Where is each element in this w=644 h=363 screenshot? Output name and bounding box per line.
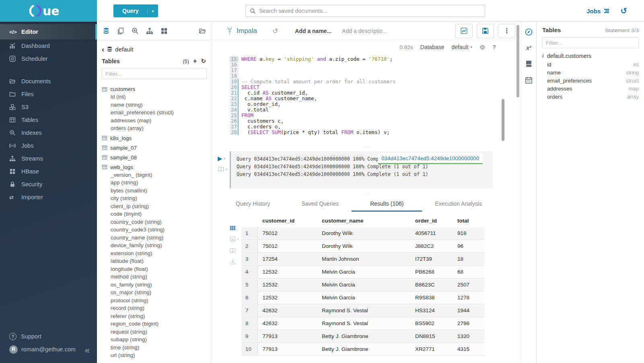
breadcrumb-database[interactable]: default (115, 46, 133, 53)
chart-button[interactable] (455, 24, 473, 38)
sidebar-item-tables[interactable]: Tables (0, 113, 97, 126)
documents-icon[interactable] (117, 27, 124, 35)
tree-table-sample-07[interactable]: sample_07 (102, 144, 212, 152)
table-row-3[interactable]: 317254Martin JohnsonI72T3918 (241, 253, 485, 266)
search-plus-icon[interactable] (132, 27, 139, 35)
database-select[interactable]: default ▾ (452, 44, 473, 50)
assistant-compass-icon[interactable] (525, 28, 533, 36)
tree-table-sample-08[interactable]: sample_08 (102, 154, 212, 161)
table-row-1[interactable]: 175012Dorothy Wilk4056711918 (241, 227, 485, 240)
tab-query-history[interactable]: Query History (236, 200, 270, 210)
column-row-addresses[interactable]: addresses map (542, 85, 639, 93)
query-dropdown-caret-icon[interactable]: ▾ (147, 9, 158, 13)
page-scrollbar[interactable] (516, 25, 519, 97)
grid-view-icon[interactable] (230, 225, 239, 231)
tree-column[interactable]: bytes (smallint) (102, 187, 212, 195)
tree-column[interactable]: method (string) (102, 273, 212, 281)
tree-column[interactable]: city (string) (102, 194, 212, 202)
hue-logo[interactable]: ue (0, 0, 97, 22)
sidebar-collapse-icon[interactable]: « (85, 345, 90, 356)
add-table-icon[interactable]: + (193, 58, 197, 65)
sidebar-item-s3[interactable]: S3 (0, 101, 97, 113)
tab-execution-analysis[interactable]: Execution Analysis (435, 200, 482, 210)
sidebar-item-scheduler[interactable]: Scheduler (0, 52, 97, 65)
tree-column[interactable]: id (int) (102, 93, 212, 101)
sidebar-item-hbase[interactable]: HBase (0, 165, 97, 178)
tree-column[interactable]: extension (string) (102, 250, 212, 258)
engine-title[interactable]: Impala (237, 27, 257, 35)
functions-icon[interactable]: x² (526, 45, 531, 51)
tree-column[interactable]: client_ip (string) (102, 202, 212, 210)
column-row-id[interactable]: id int (542, 60, 639, 68)
history-icon[interactable]: ↺ (620, 6, 627, 16)
tree-column[interactable]: record (string) (102, 304, 212, 312)
sidebar-item-security[interactable]: Security (0, 178, 97, 191)
sidebar-item-dashboard[interactable]: Dashboard (0, 39, 97, 52)
settings-gear-icon[interactable]: ⚙ (479, 43, 485, 51)
tree-column[interactable]: url (string) (102, 351, 212, 359)
table-filter[interactable] (102, 68, 207, 79)
column-header-order-id[interactable]: order_id (410, 214, 453, 227)
new-query-button[interactable]: Query ▾ (113, 4, 158, 17)
tree-table-k8s-logs[interactable]: k8s_logs (102, 134, 212, 142)
tree-column[interactable]: latitude (float) (102, 257, 212, 265)
tree-column[interactable]: addresses (map) (102, 117, 212, 125)
tree-column[interactable]: os_family (string) (102, 281, 212, 289)
tree-column[interactable]: referer (string) (102, 312, 212, 320)
tree-column[interactable]: country_code3 (string) (102, 226, 212, 234)
sidebar-item-files[interactable]: Files (0, 88, 97, 101)
schedule-calendar-icon[interactable] (525, 76, 533, 84)
execute-button[interactable]: ▶ ▾ (218, 155, 225, 162)
tree-column[interactable]: time (string) (102, 344, 212, 352)
apps-grid-icon[interactable] (160, 27, 168, 35)
refresh-icon[interactable]: ↻ (201, 58, 206, 65)
tree-table-customers[interactable]: customers (102, 85, 212, 93)
table-row-10[interactable]: 1077913Betty J. GiambroneXR27714315 (241, 343, 485, 356)
column-row-orders[interactable]: orders array (542, 93, 639, 101)
tree-column[interactable]: app (string) (102, 179, 212, 187)
sidebar-item-importer[interactable]: ⇄ Importer (0, 191, 97, 204)
column-header-customer-id[interactable]: customer_id (257, 214, 317, 227)
sidebar-item-documents[interactable]: Documents (0, 75, 97, 88)
tree-column[interactable]: orders (array) (102, 124, 212, 132)
help-question-icon[interactable]: ? (492, 44, 496, 50)
right-filter[interactable] (542, 37, 639, 48)
table-row-2[interactable]: 275012Dorothy WilkJ882C296 (241, 240, 485, 253)
support-link[interactable]: ? Support (0, 330, 97, 343)
tree-column[interactable]: os_major (string) (102, 289, 212, 297)
tree-column[interactable]: _version_ (bigint) (102, 171, 212, 179)
folder-open-icon[interactable] (199, 27, 206, 35)
column-row-email-preferences[interactable]: email_preferences struct (542, 76, 639, 85)
search-input[interactable] (259, 8, 481, 14)
jobs-link[interactable]: Jobs (586, 8, 610, 14)
user-menu[interactable]: R romain@gethue.com (0, 343, 97, 356)
document-search[interactable] (245, 5, 485, 17)
table-row-5[interactable]: 512532Melvin GarciaB8623C2507 (241, 278, 485, 291)
table-row-7[interactable]: 742632Raymond S. VestalHS31241944 (241, 304, 485, 317)
tree-column[interactable]: country_code (string) (102, 218, 212, 226)
table-row-4[interactable]: 412532Melvin GarciaPB626868 (241, 266, 485, 278)
active-table-row[interactable]: i default.customers (542, 52, 639, 60)
tree-column[interactable]: user_agent (string) (102, 359, 212, 360)
table-filter-input[interactable] (105, 71, 203, 77)
code-editor[interactable]: 15WHERE a.key = 'shipping' and a.zip_cod… (212, 54, 521, 146)
table-row-8[interactable]: 842632Raymond S. VestalBS59022798 (241, 317, 485, 330)
column-header-customer-name[interactable]: customer_name (317, 214, 410, 227)
sidebar-item-indexes[interactable]: Indexes (0, 126, 97, 139)
right-filter-input[interactable] (546, 40, 635, 46)
resize-handle-top[interactable]: ··· (212, 146, 521, 151)
tree-column[interactable]: email_preferences (struct) (102, 109, 212, 117)
tree-column[interactable]: name (string) (102, 101, 212, 109)
tab-saved-queries[interactable]: Saved Queries (302, 200, 339, 210)
editor-scrollbar[interactable] (502, 99, 504, 141)
tree-column[interactable]: region_code (bigint) (102, 320, 212, 328)
columns-icon[interactable] (230, 248, 239, 254)
language-reference-icon[interactable] (525, 60, 533, 68)
tree-column[interactable]: request (string) (102, 328, 212, 336)
more-actions-button[interactable]: ⋮ (498, 24, 515, 38)
sitemap-icon[interactable] (146, 27, 153, 35)
tab-results-106[interactable]: Results (106) (352, 200, 422, 212)
tree-column[interactable]: protocol (string) (102, 297, 212, 305)
query-history-icon[interactable]: ↺ (272, 27, 278, 35)
sidebar-item-editor[interactable]: </> Editor (0, 24, 97, 39)
